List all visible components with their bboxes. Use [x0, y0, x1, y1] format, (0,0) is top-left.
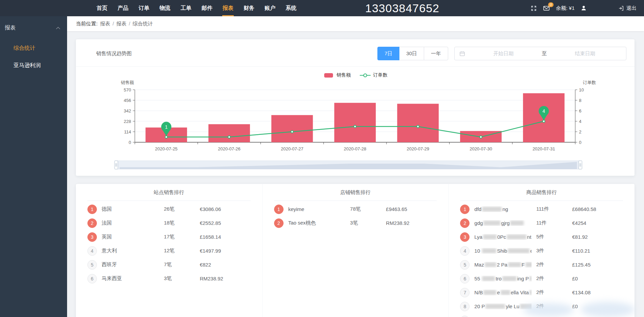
datazoom-slider[interactable] [84, 160, 626, 170]
redacted-text [483, 220, 500, 226]
top-navbar: 首页产品订单物流工单邮件报表财务账户系统 13303847652 0 余额: ¥… [0, 0, 644, 16]
date-range-picker[interactable]: 开始日期 至 结束日期 [454, 47, 626, 60]
svg-text:2020-07-28: 2020-07-28 [344, 146, 367, 151]
balance-label: 余额: ¥1 [556, 5, 575, 12]
menu-item-1[interactable]: 首页 [91, 0, 112, 16]
calendar-icon [459, 51, 465, 57]
rank-item-name: 意大利 [102, 248, 159, 254]
orders-point-2020-07-28[interactable] [354, 125, 356, 128]
rank-badge: 2 [87, 218, 97, 228]
redacted-text [485, 262, 496, 267]
ranking-row[interactable]: 3英国17笔£1658.14 [87, 230, 251, 244]
rank-item-amount: €822 [200, 262, 251, 268]
ranking-row[interactable]: 410 Shiber …3件€110.21 [460, 244, 623, 258]
ranking-row[interactable]: 2Tao sex桃色3笔RM238.92 [274, 216, 437, 230]
svg-text:2020-07-30: 2020-07-30 [470, 146, 492, 151]
rank-item-name: 10 Shiber … [474, 248, 532, 254]
user-avatar-button[interactable] [581, 5, 587, 11]
orders-point-2020-07-27[interactable] [291, 131, 293, 133]
rank-item-amount: £9463.65 [386, 206, 437, 212]
legend-bar-swatch [323, 73, 334, 78]
ranking-row[interactable]: 9 [460, 313, 623, 317]
ranking-row[interactable]: 3Lya0Pcnt De…5件€81.92 [460, 230, 623, 244]
ranking-row[interactable]: 1keyime78笔£9463.65 [274, 202, 437, 216]
orders-point-2020-07-26[interactable] [228, 136, 230, 138]
ranking-row[interactable]: 1德国26笔€3086.06 [87, 202, 251, 216]
chart-legend: 销售额订单数 [76, 67, 635, 80]
ranking-row[interactable]: 5西班牙7笔€822 [87, 258, 251, 272]
rank-item-count: 3笔 [350, 220, 381, 226]
ranking-row[interactable]: 7N/Beella Vita2件€134.08 [460, 286, 623, 299]
legend-item-1[interactable]: 销售额 [323, 72, 351, 78]
rankings-grid: 站点销售排行1德国26笔€3086.062法国18笔€2552.853英国17笔… [76, 184, 635, 317]
legend-label: 订单数 [373, 72, 388, 78]
range-button-3[interactable]: 一年 [424, 47, 448, 60]
mail-button[interactable]: 0 [543, 5, 550, 11]
rank-badge: 6 [460, 274, 470, 283]
start-date-input[interactable]: 开始日期 [467, 50, 540, 57]
breadcrumb-item-2[interactable]: 报表 [116, 21, 126, 26]
ranking-title: 商品销售排行 [460, 184, 623, 201]
rank-badge: 2 [274, 218, 284, 228]
ranking-rows: 1keyime78笔£9463.652Tao sex桃色3笔RM238.92 [274, 201, 437, 230]
chart-title: 销售情况趋势图 [96, 50, 132, 57]
fullscreen-button[interactable] [531, 5, 537, 12]
slider-handle-right[interactable] [579, 161, 582, 169]
orders-point-2020-07-29[interactable] [417, 125, 419, 128]
menu-item-6[interactable]: 邮件 [196, 0, 217, 16]
ranking-row[interactable]: 2gdggjrg11件€4254 [460, 216, 623, 230]
bar-2020-07-29[interactable] [397, 104, 439, 142]
svg-text:4: 4 [579, 119, 581, 124]
ranking-row[interactable]: 2法国18笔€2552.85 [87, 216, 251, 230]
svg-text:8: 8 [579, 98, 581, 103]
rankings-card: 站点销售排行1德国26笔€3086.062法国18笔€2552.853英国17笔… [76, 184, 635, 317]
menu-item-8[interactable]: 财务 [238, 0, 259, 16]
orders-point-2020-07-30[interactable] [480, 136, 482, 138]
menu-item-9[interactable]: 账户 [259, 0, 281, 16]
orders-point-2020-07-31[interactable] [543, 120, 545, 123]
redacted-text [529, 276, 532, 281]
ranking-row[interactable]: 4意大利12笔€1497.99 [87, 244, 251, 258]
range-button-1[interactable]: 7日 [377, 47, 399, 60]
svg-text:2020-07-25: 2020-07-25 [155, 146, 178, 151]
menu-item-10[interactable]: 系统 [281, 0, 302, 16]
rank-badge: 7 [460, 288, 470, 297]
rank-item-count: 78笔 [350, 206, 381, 212]
breadcrumb-item-1[interactable]: 报表 [100, 21, 110, 26]
sidebar-item-1[interactable]: 综合统计 [0, 40, 67, 57]
end-date-input[interactable]: 结束日期 [549, 50, 621, 57]
sidebar-group-reports[interactable]: 报表 [0, 16, 67, 40]
rank-badge: 4 [460, 246, 470, 256]
menu-item-4[interactable]: 物流 [154, 0, 175, 16]
bar-2020-07-27[interactable] [271, 115, 313, 142]
date-range-separator: 至 [542, 50, 547, 57]
logout-button[interactable]: 退出 [618, 5, 637, 12]
ranking-row[interactable]: 6马来西亚3笔RM238.92 [87, 272, 251, 286]
rank-item-count: 12笔 [164, 248, 195, 254]
ranking-row[interactable]: 5Maz2 PaF…2件£125.45 [460, 258, 623, 272]
rank-item-amount: €2552.85 [200, 220, 251, 226]
sidebar-item-2[interactable]: 亚马逊利润 [0, 57, 67, 74]
orders-point-2020-07-25[interactable] [165, 136, 167, 138]
menu-item-5[interactable]: 工单 [175, 0, 196, 16]
svg-text:2020-07-27: 2020-07-27 [281, 146, 304, 151]
range-button-2[interactable]: 30日 [399, 47, 424, 60]
rank-item-name: 西班牙 [102, 261, 159, 268]
rank-item-amount: £0 [572, 276, 623, 281]
ranking-row[interactable]: 655 troing P2件£0 [460, 272, 623, 286]
redacted-text [508, 262, 521, 267]
ranking-row[interactable]: 820 Pyle Lu2件£0 [460, 299, 623, 313]
ranking-rows: 1德国26笔€3086.062法国18笔€2552.853英国17笔£1658.… [87, 201, 251, 286]
bar-2020-07-26[interactable] [208, 124, 250, 142]
slider-handle-left[interactable] [115, 161, 118, 169]
breadcrumb-item-3[interactable]: 综合统计 [133, 21, 153, 26]
menu-item-3[interactable]: 订单 [133, 0, 154, 16]
menu-item-7[interactable]: 报表 [217, 0, 238, 16]
ranking-row[interactable]: 1dfdng111件£68640.58 [460, 202, 623, 216]
legend-item-2[interactable]: 订单数 [360, 72, 388, 78]
svg-text:10: 10 [579, 87, 584, 92]
rank-item-name: 55 troing P [474, 276, 532, 281]
menu-item-2[interactable]: 产品 [112, 0, 133, 16]
bar-2020-07-28[interactable] [334, 103, 376, 142]
rank-item-count: 3笔 [164, 275, 195, 282]
